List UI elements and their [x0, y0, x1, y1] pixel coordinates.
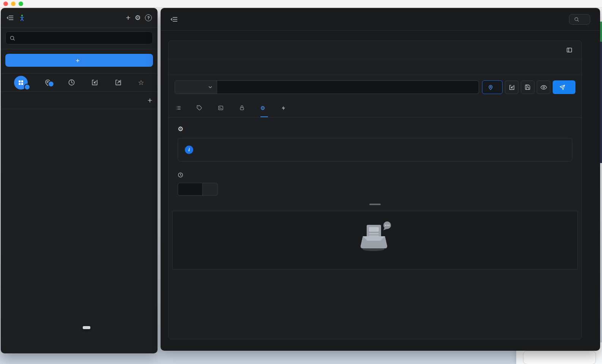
global-search-button[interactable] — [569, 14, 590, 25]
empty-response-illustration — [357, 221, 393, 253]
environment-selector-button[interactable] — [482, 80, 503, 94]
settings-gear-icon: ⚙ — [178, 126, 183, 132]
timeout-unit — [203, 183, 218, 196]
layout-toggle-button[interactable] — [566, 47, 575, 53]
nav-history-tab[interactable] — [68, 79, 75, 86]
send-icon — [559, 85, 565, 90]
tag-icon — [197, 105, 202, 111]
clock-icon — [178, 172, 183, 178]
save-request-button[interactable] — [521, 80, 534, 94]
collections-count-badge — [24, 84, 30, 90]
environments-count-badge — [48, 81, 54, 87]
tab-params[interactable] — [175, 99, 184, 117]
response-panel — [172, 211, 578, 270]
request-tabs: ⚙ — [169, 99, 582, 118]
sidebar-collapse-icon[interactable] — [6, 14, 14, 22]
new-request-button[interactable]: + — [5, 54, 153, 67]
search-icon — [9, 35, 15, 41]
send-button[interactable] — [553, 80, 575, 94]
url-row — [169, 75, 582, 99]
sidebar-header: + ⚙ ? — [1, 8, 158, 28]
chevron-down-icon — [208, 85, 213, 90]
macos-titlebar — [0, 0, 602, 8]
app-logo-icon — [18, 14, 26, 22]
request-section-label — [169, 59, 582, 75]
help-icon[interactable]: ? — [145, 14, 152, 21]
sidebar-nav-icons: ☆ — [1, 74, 158, 92]
settings-panel: ⚙ i — [169, 118, 582, 201]
main-header — [161, 8, 600, 31]
timeout-input[interactable] — [178, 183, 203, 196]
ask-question-input[interactable] — [523, 351, 596, 364]
collections-search-input[interactable] — [18, 35, 149, 41]
gear-icon: ⚙ — [260, 105, 265, 111]
add-collection-icon[interactable]: + — [148, 96, 152, 104]
url-input[interactable] — [217, 80, 479, 94]
pin-icon — [488, 85, 493, 90]
menu-toggle-icon[interactable] — [170, 16, 178, 23]
nav-collections-tab[interactable] — [14, 76, 28, 89]
new-request-shortcut-hint — [5, 67, 153, 73]
terminal-icon — [218, 105, 224, 111]
preview-request-button[interactable] — [537, 80, 550, 94]
import-request-button[interactable] — [505, 80, 518, 94]
tab-headers[interactable] — [197, 99, 205, 117]
search-icon — [574, 17, 579, 22]
bolt-icon — [281, 105, 286, 111]
new-item-icon[interactable]: + — [126, 14, 131, 22]
zoom-window-button[interactable] — [19, 2, 23, 6]
tab-actions[interactable] — [281, 99, 289, 117]
collections-list — [1, 109, 158, 353]
nav-export-tab[interactable] — [115, 79, 122, 86]
lock-icon — [239, 105, 245, 111]
nav-favorites-tab[interactable]: ☆ — [138, 79, 144, 86]
nav-environments-tab[interactable] — [44, 79, 52, 86]
page-edge-accent-navy — [600, 42, 602, 163]
tab-settings[interactable]: ⚙ — [260, 99, 268, 117]
response-section-label — [169, 205, 582, 211]
sidebar-panel: + ⚙ ? + ☆ + — [1, 8, 158, 353]
request-card: ⚙ ⚙ i — [168, 41, 582, 339]
settings-gear-icon[interactable]: ⚙ — [135, 14, 141, 21]
close-window-button[interactable] — [3, 2, 8, 6]
info-icon: i — [185, 146, 193, 154]
tab-auth[interactable] — [239, 99, 247, 117]
nav-import-tab[interactable] — [91, 79, 98, 86]
global-defaults-info-card: i — [178, 138, 572, 162]
tab-body[interactable] — [218, 99, 226, 117]
collections-search-box[interactable] — [5, 31, 153, 44]
method-select[interactable] — [175, 80, 217, 94]
minimize-window-button[interactable] — [11, 2, 16, 6]
plus-icon: + — [76, 57, 80, 64]
main-panel: ⚙ ⚙ i — [161, 8, 600, 351]
request-tooltip — [83, 326, 90, 329]
params-icon — [175, 105, 181, 111]
page-edge-accent-green — [600, 22, 602, 42]
layout-icon — [566, 47, 572, 53]
